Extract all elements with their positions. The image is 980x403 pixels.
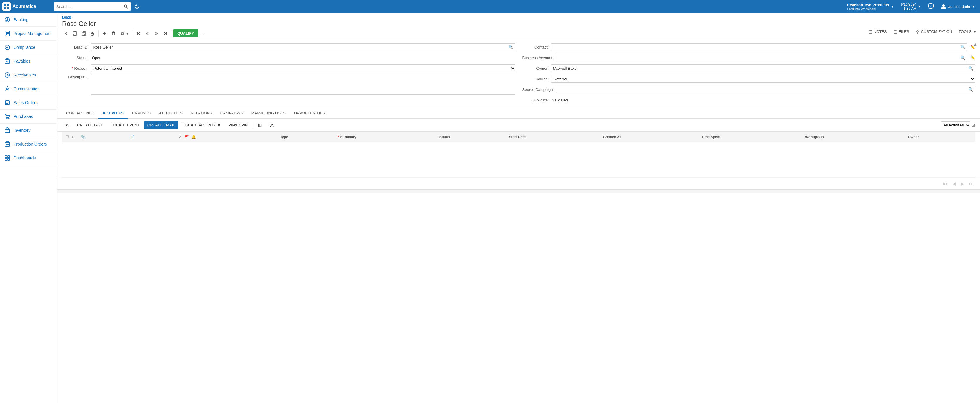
svg-rect-3 — [7, 7, 9, 9]
refresh-activities-button[interactable] — [62, 121, 73, 129]
last-record-button[interactable] — [161, 30, 169, 37]
next-page-button[interactable]: ▶ — [959, 180, 966, 188]
collapse-form-button[interactable]: ▲ — [973, 42, 978, 47]
owner-field[interactable]: Maxwell Baker 🔍 — [551, 64, 975, 72]
customization-button[interactable]: CUSTOMIZATION — [915, 28, 953, 35]
create-event-button[interactable]: CREATE EVENT — [107, 121, 143, 129]
th-workgroup: Workgroup — [802, 132, 905, 142]
sidebar-label-project-management: Project Management — [14, 31, 51, 36]
save-copy-button[interactable] — [71, 30, 79, 37]
undo-button[interactable] — [89, 30, 97, 37]
tab-activities[interactable]: ACTIVITIES — [99, 108, 128, 119]
tab-campaigns[interactable]: CAMPAIGNS — [216, 108, 247, 119]
filter-icon[interactable]: ⊿ — [972, 123, 975, 128]
lead-id-field[interactable]: Ross Geller 🔍 — [91, 43, 515, 51]
owner-search-icon[interactable]: 🔍 — [968, 66, 973, 71]
th-select-all: ☐ + — [62, 132, 77, 142]
create-email-button[interactable]: CREATE EMAIL — [144, 121, 178, 129]
sidebar-item-purchases[interactable]: Purchases — [0, 110, 57, 124]
copy-button[interactable]: ▼ — [118, 30, 131, 37]
lead-id-search-icon[interactable]: 🔍 — [508, 45, 513, 49]
sidebar-item-payables[interactable]: Payables — [0, 54, 57, 68]
sidebar-item-compliance[interactable]: Compliance — [0, 41, 57, 54]
flag-header-icon[interactable]: 🚩 — [184, 134, 189, 140]
nav-time: 1:36 AM — [900, 6, 916, 11]
more-actions-button[interactable]: ... — [199, 30, 205, 37]
last-page-button[interactable]: ⏭ — [967, 180, 975, 188]
save-button[interactable] — [80, 30, 88, 37]
datetime-selector[interactable]: 9/16/2024 1:36 AM ▼ — [898, 1, 923, 12]
sidebar-label-dashboards: Dashboards — [14, 156, 36, 160]
tab-attributes[interactable]: ATTRIBUTES — [155, 108, 187, 119]
check-header-icon[interactable]: ✓ — [178, 134, 183, 140]
tab-contact-info[interactable]: CONTACT INFO — [62, 108, 99, 119]
svg-rect-43 — [74, 34, 76, 35]
activities-table-body — [62, 142, 975, 178]
create-activity-button[interactable]: CREATE ACTIVITY ▼ — [179, 121, 224, 129]
source-select[interactable]: Referral — [551, 75, 975, 83]
select-all-button[interactable]: ☐ — [65, 134, 70, 140]
tab-marketing-lists[interactable]: MARKETING LISTS — [247, 108, 290, 119]
company-selector[interactable]: Revision Two Products Products Wholesale… — [845, 2, 897, 12]
next-record-button[interactable] — [152, 30, 161, 37]
sidebar-item-dashboards[interactable]: Dashboards — [0, 151, 57, 165]
create-task-button[interactable]: CREATE TASK — [74, 121, 106, 129]
owner-label: Owner: — [522, 66, 549, 71]
activities-toolbar: CREATE TASK CREATE EVENT CREATE EMAIL CR… — [57, 119, 980, 132]
prev-page-button[interactable]: ◀ — [951, 180, 958, 188]
sidebar-item-sales-orders[interactable]: Sales Orders — [0, 96, 57, 110]
tab-opportunities[interactable]: OPPORTUNITIES — [290, 108, 329, 119]
qualify-button[interactable]: QUALIFY — [173, 29, 198, 37]
first-page-button[interactable]: ⏮ — [941, 180, 950, 188]
breadcrumb[interactable]: Leads — [62, 15, 975, 19]
source-campaign-search-icon[interactable]: 🔍 — [968, 87, 973, 92]
column-chooser-button[interactable] — [255, 121, 266, 129]
notes-button[interactable]: NOTES — [867, 28, 888, 35]
sidebar-item-receivables[interactable]: Receivables — [0, 68, 57, 82]
nav-date: 9/16/2024 — [900, 2, 916, 6]
lead-id-value: Ross Geller — [93, 45, 508, 49]
tab-relations[interactable]: RELATIONS — [187, 108, 216, 119]
business-account-field[interactable]: 🔍 — [556, 54, 967, 62]
business-account-search-icon[interactable]: 🔍 — [960, 55, 965, 60]
page-title: Ross Geller — [62, 20, 975, 28]
files-button[interactable]: FILES — [892, 28, 910, 35]
activities-filter-select[interactable]: All Activities — [941, 121, 970, 129]
tools-dropdown[interactable]: TOOLS ▼ — [958, 28, 977, 35]
status-label: Status: — [62, 56, 89, 60]
sidebar-item-project-management[interactable]: Project Management — [0, 27, 57, 41]
first-record-button[interactable] — [135, 30, 143, 37]
delete-button[interactable] — [109, 30, 118, 37]
attachment-header-icon[interactable]: 📎 — [80, 134, 86, 140]
horizontal-scrollbar[interactable] — [57, 190, 980, 193]
user-menu[interactable]: admin admin ▼ — [938, 2, 978, 11]
contact-field[interactable]: 🔍 — [551, 43, 968, 51]
description-input[interactable] — [91, 75, 515, 95]
business-account-edit-icon[interactable]: ✏️ — [970, 55, 975, 60]
search-bar[interactable] — [54, 2, 130, 11]
empty-row — [62, 142, 975, 178]
history-button[interactable] — [132, 2, 142, 11]
notes-label: NOTES — [873, 29, 887, 34]
app-logo[interactable]: Acumatica — [2, 2, 52, 11]
help-button[interactable]: ? — [925, 2, 937, 12]
tab-crm-info[interactable]: CRM INFO — [128, 108, 155, 119]
source-campaign-field[interactable]: 🔍 — [556, 86, 975, 93]
sidebar-item-production-orders[interactable]: Production Orders — [0, 137, 57, 151]
pin-unpin-button[interactable]: PIN/UNPIN — [225, 121, 251, 129]
search-input[interactable] — [56, 5, 124, 9]
sidebar-item-banking[interactable]: Banking — [0, 13, 57, 27]
add-button[interactable] — [100, 30, 109, 37]
contact-search-icon[interactable]: 🔍 — [960, 45, 965, 49]
clear-filter-button[interactable] — [267, 121, 277, 129]
add-row-button[interactable]: + — [71, 134, 74, 140]
tools-chevron-icon: ▼ — [973, 30, 977, 33]
sidebar-item-customization[interactable]: Customization — [0, 82, 57, 96]
prev-record-button[interactable] — [143, 30, 152, 37]
bell-header-icon[interactable]: 🔔 — [191, 134, 197, 140]
back-button[interactable] — [62, 30, 70, 37]
sidebar-item-inventory[interactable]: Inventory — [0, 124, 57, 137]
note-header-icon[interactable]: 📄 — [129, 134, 135, 140]
tools-button[interactable]: TOOLS — [958, 28, 973, 35]
reason-select[interactable]: Potential Interest — [91, 64, 515, 72]
